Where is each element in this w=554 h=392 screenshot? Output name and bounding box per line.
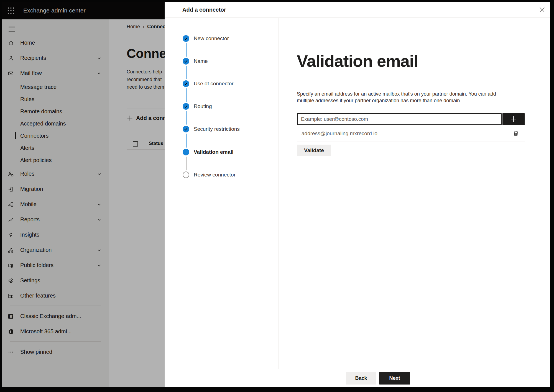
email-address-value: address@journaling.mxrecord.io (302, 130, 377, 137)
step-circle-new-connector (183, 35, 189, 42)
step-description: Specify an email address for an active m… (297, 91, 496, 104)
screen-frame: Exchange admin center Home Recipients (0, 0, 554, 392)
step-label: Name (194, 58, 208, 64)
panel-title: Add a connector (182, 2, 226, 18)
add-connector-panel: Add a connector New connector (165, 2, 550, 387)
step-circle-routing (183, 103, 189, 110)
panel-header: Add a connector (165, 2, 550, 18)
wizard-steps: New connector Name Use of connector Rout… (165, 18, 279, 369)
step-connector-line (186, 88, 187, 102)
step-circle-validation-email (183, 149, 189, 155)
validate-button[interactable]: Validate (297, 145, 331, 156)
email-address-row: address@journaling.mxrecord.io (297, 125, 525, 142)
validation-email-input[interactable] (297, 113, 502, 125)
add-email-button[interactable] (502, 113, 525, 125)
close-icon[interactable] (538, 6, 546, 13)
step-circle-name (183, 58, 189, 65)
step-circle-use-of-connector (183, 80, 189, 87)
validation-email-step-content: Validation email Specify an email addres… (297, 18, 525, 369)
step-connector-line (186, 43, 187, 57)
email-input-row (297, 113, 525, 125)
step-label-current: Validation email (194, 149, 234, 155)
next-button[interactable]: Next (379, 372, 410, 385)
modal-dim-overlay (2, 2, 165, 387)
step-circle-review-connector (183, 171, 189, 178)
delete-email-icon[interactable] (512, 130, 519, 137)
step-connector-line (186, 66, 187, 79)
back-button[interactable]: Back (346, 372, 376, 385)
step-connector-line (186, 111, 187, 125)
step-connector-line (186, 134, 187, 148)
step-label: Use of connector (194, 81, 234, 87)
panel-footer: Back Next (165, 369, 550, 387)
step-label: Routing (194, 103, 212, 109)
step-label: Review connector (194, 172, 236, 178)
step-connector-line (186, 157, 187, 170)
step-circle-security-restrictions (183, 126, 189, 132)
exchange-admin-center-window: Exchange admin center Home Recipients (2, 2, 550, 387)
step-heading: Validation email (297, 52, 418, 71)
step-label: New connector (194, 35, 229, 42)
step-label: Security restrictions (194, 126, 240, 132)
plus-icon (510, 115, 517, 123)
